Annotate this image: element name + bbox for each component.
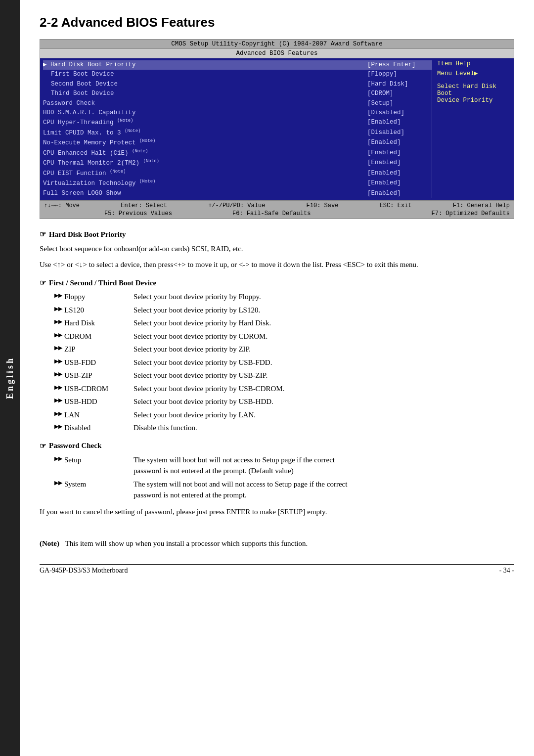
list-item: ▶▶ LS120 Select your boot device priorit…: [54, 305, 514, 316]
bios-row-third-boot: Third Boot Device [CDROM]: [43, 89, 432, 98]
bios-row-second-boot: Second Boot Device [Hard Disk]: [43, 80, 432, 89]
bios-item-name-9: CPU Enhanced Halt (C1E) (Note): [43, 148, 367, 159]
section-number: 2-2: [40, 15, 58, 30]
boot-device-title: First / Second / Third Boot Device: [49, 279, 156, 287]
boot-device-heading: ☞ First / Second / Third Boot Device: [40, 278, 514, 287]
item-name-disabled: ▶▶ Disabled: [54, 422, 134, 434]
bios-item-help: Item Help: [437, 60, 511, 67]
item-desc-usbfdd: Select your boot device priority by USB-…: [134, 357, 514, 368]
page-footer: GA-945P-DS3/S3 Motherboard - 34 -: [40, 564, 514, 575]
item-arrow-cdrom: ▶▶: [54, 331, 62, 339]
bios-item-name-5: HDD S.M.A.R.T. Capability: [43, 108, 367, 118]
bios-screen: CMOS Setup Utility-Copyright (C) 1984-20…: [40, 39, 514, 219]
note-label: (Note): [40, 539, 59, 547]
list-item: ▶▶ USB-FDD Select your boot device prior…: [54, 357, 514, 368]
item-arrow-usbhdd: ▶▶: [54, 396, 62, 404]
bios-select-text: Select Hard Disk Boot: [437, 83, 511, 97]
bios-item-name-13: Full Screen LOGO Show: [43, 189, 367, 198]
list-item: ▶▶ Floppy Select your boot device priori…: [54, 291, 514, 303]
bios-item-value-4: [Setup]: [367, 99, 432, 108]
bios-row-hard-disk: ▶ Hard Disk Boot Priority [Press Enter]: [43, 60, 432, 70]
item-name-usbcdrom: ▶▶ USB-CDROM: [54, 383, 134, 395]
bios-footer-f7: F7: Optimized Defaults: [432, 210, 510, 217]
item-arrow-ls120: ▶▶: [54, 305, 62, 313]
bios-item-value-6: [Enabled]: [367, 118, 432, 128]
item-name-system: ▶▶ System: [54, 479, 134, 490]
item-arrow-floppy: ▶▶: [54, 291, 62, 300]
bios-menu-level: Menu Level▶: [437, 69, 511, 77]
bios-row-c1e: CPU Enhanced Halt (C1E) (Note) [Enabled]: [43, 148, 432, 159]
bios-item-value-7: [Disabled]: [367, 128, 432, 138]
note-text: This item will show up when you install …: [65, 539, 308, 547]
bios-item-value-10: [Enabled]: [367, 158, 432, 169]
bios-item-value-13: [Enabled]: [367, 189, 432, 198]
bios-row-cpuid: Limit CPUID Max. to 3 (Note) [Disabled]: [43, 128, 432, 138]
bios-header: CMOS Setup Utility-Copyright (C) 1984-20…: [40, 40, 514, 49]
boot-device-table: ▶▶ Floppy Select your boot device priori…: [54, 291, 514, 434]
list-item: ▶▶ USB-CDROM Select your boot device pri…: [54, 383, 514, 395]
item-name-cdrom: ▶▶ CDROM: [54, 331, 134, 342]
bios-item-name-10: CPU Thermal Monitor 2(TM2) (Note): [43, 158, 367, 169]
bios-body: ▶ Hard Disk Boot Priority [Press Enter] …: [40, 58, 514, 200]
sidebar-label: English: [5, 356, 15, 399]
item-name-lan: ▶▶ LAN: [54, 409, 134, 421]
section-title: Advanced BIOS Features: [61, 15, 215, 30]
bios-row-eist: CPU EIST Function (Note) [Enabled]: [43, 169, 432, 179]
list-item: ▶▶ Hard Disk Select your boot device pri…: [54, 317, 514, 329]
list-item: ▶▶ USB-ZIP Select your boot device prior…: [54, 370, 514, 381]
item-name-ls120: ▶▶ LS120: [54, 305, 134, 316]
footer-right: - 34 -: [499, 567, 514, 575]
bios-row-vt: Virtualization Technology (Note) [Enable…: [43, 178, 432, 189]
bios-footer-row1: ↑↓→←: Move Enter: Select +/-/PU/PD: Valu…: [44, 202, 510, 210]
bios-row-hdd-smart: HDD S.M.A.R.T. Capability [Disabled]: [43, 108, 432, 118]
bios-item-value-3: [CDROM]: [367, 89, 432, 98]
item-desc-disabled: Disable this function.: [134, 422, 514, 434]
item-arrow-usbcdrom: ▶▶: [54, 383, 62, 392]
bios-item-value-12: [Enabled]: [367, 178, 432, 189]
item-desc-usbcdrom: Select your boot device priority by USB-…: [134, 383, 514, 395]
bios-footer-f6: F6: Fail-Safe Defaults: [232, 210, 311, 217]
boot-device-icon: ☞: [40, 278, 46, 287]
hard-disk-title: Hard Disk Boot Priority: [49, 230, 126, 239]
list-item: ▶▶ ZIP Select your boot device priority …: [54, 344, 514, 355]
password-check-heading: ☞ Password Check: [40, 442, 514, 450]
bios-item-value-0: [Press Enter]: [367, 60, 432, 70]
hard-disk-body: Select boot sequence for onboard(or add-…: [40, 243, 514, 270]
hard-disk-para2: Use <↑> or <↓> to select a device, then …: [40, 259, 514, 270]
item-name-usbhdd: ▶▶ USB-HDD: [54, 396, 134, 407]
item-desc-system: The system will not boot and will not ac…: [134, 479, 514, 501]
list-item: ▶▶ Setup The system will boot but will n…: [54, 454, 514, 477]
bios-help-panel: Item Help Menu Level▶ Select Hard Disk B…: [432, 60, 511, 198]
sidebar: English: [0, 0, 20, 756]
bios-row-password-check: Password Check [Setup]: [43, 99, 432, 108]
note-section: (Note) This item will show up when you i…: [40, 537, 514, 549]
item-arrow-usbfdd: ▶▶: [54, 357, 62, 365]
bios-main-cols: ▶ Hard Disk Boot Priority [Press Enter] …: [43, 60, 432, 198]
item-arrow-zip: ▶▶: [54, 344, 62, 352]
bios-item-value-1: [Floppy]: [367, 70, 432, 79]
bios-subheader: Advanced BIOS Features: [40, 49, 514, 58]
hard-disk-icon: ☞: [40, 230, 46, 239]
hard-disk-heading: ☞ Hard Disk Boot Priority: [40, 230, 514, 239]
bios-item-name-11: CPU EIST Function (Note): [43, 169, 367, 179]
item-desc-cdrom: Select your boot device priority by CDRO…: [134, 331, 514, 342]
bios-item-name-1: First Boot Device: [43, 70, 367, 79]
bios-item-name-6: CPU Hyper-Threading (Note): [43, 118, 367, 128]
hard-disk-para1: Select boot sequence for onboard(or add-…: [40, 243, 514, 255]
item-desc-ls120: Select your boot device priority by LS12…: [134, 305, 514, 316]
bios-footer-f5: F5: Previous Values: [104, 210, 172, 217]
item-desc-floppy: Select your boot device priority by Flop…: [134, 291, 514, 303]
item-name-zip: ▶▶ ZIP: [54, 344, 134, 355]
item-arrow-lan: ▶▶: [54, 409, 62, 418]
bios-item-value-9: [Enabled]: [367, 148, 432, 159]
bios-item-name-8: No-Execute Memory Protect (Note): [43, 138, 367, 148]
item-name-usbfdd: ▶▶ USB-FDD: [54, 357, 134, 368]
password-icon: ☞: [40, 442, 46, 450]
bios-row-first-boot: First Boot Device [Floppy]: [43, 70, 432, 79]
bios-item-value-11: [Enabled]: [367, 169, 432, 179]
bios-item-value-8: [Enabled]: [367, 138, 432, 148]
item-desc-usbzip: Select your boot device priority by USB-…: [134, 370, 514, 381]
item-name-usbzip: ▶▶ USB-ZIP: [54, 370, 134, 381]
bios-footer-enter: Enter: Select: [121, 202, 167, 209]
bios-row-tm2: CPU Thermal Monitor 2(TM2) (Note) [Enabl…: [43, 158, 432, 169]
